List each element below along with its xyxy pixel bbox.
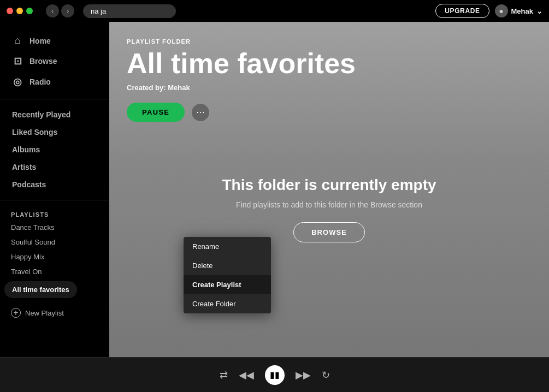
sidebar-label-radio: Radio bbox=[29, 78, 51, 86]
pause-button[interactable]: PAUSE bbox=[127, 103, 185, 122]
sidebar-playlist-all-time-favorites[interactable]: All time favorites bbox=[4, 281, 77, 298]
sidebar-item-home[interactable]: ⌂ Home bbox=[7, 31, 103, 51]
user-name: Mehak bbox=[511, 7, 533, 15]
sidebar-item-browse[interactable]: ⊡ Browse bbox=[7, 51, 103, 72]
minimize-button[interactable] bbox=[16, 8, 23, 14]
sidebar-label-liked-songs: Liked Songs bbox=[12, 128, 57, 136]
title-right: UPGRADE ● Mehak ⌄ bbox=[435, 4, 542, 18]
sidebar-playlist-travel-on[interactable]: Travel On bbox=[0, 264, 109, 279]
folder-actions: PAUSE ⋯ bbox=[127, 103, 532, 122]
pause-player-button[interactable]: ▮▮ bbox=[265, 365, 285, 385]
user-icon: ● bbox=[495, 4, 508, 17]
home-icon: ⌂ bbox=[12, 35, 23, 46]
sidebar-label-artists: Artists bbox=[12, 163, 36, 171]
sidebar-item-podcasts[interactable]: Podcasts bbox=[7, 176, 103, 193]
pause-icon: ▮▮ bbox=[270, 370, 280, 380]
browse-icon: ⊡ bbox=[12, 55, 23, 67]
sidebar-playlist-soulful-sound[interactable]: Soulful Sound bbox=[0, 235, 109, 250]
next-icon[interactable]: ▶▶ bbox=[296, 369, 311, 381]
maximize-button[interactable] bbox=[26, 8, 33, 14]
plus-icon: + bbox=[11, 308, 21, 318]
sidebar-label-albums: Albums bbox=[12, 145, 40, 154]
forward-button[interactable]: › bbox=[61, 4, 74, 17]
empty-folder-subtitle: Find playlists to add to this folder in … bbox=[236, 200, 422, 209]
context-menu-create-folder[interactable]: Create Folder bbox=[184, 294, 271, 313]
context-menu-create-playlist[interactable]: Create Playlist bbox=[184, 275, 271, 294]
more-options-button[interactable]: ⋯ bbox=[191, 103, 210, 122]
new-playlist-button[interactable]: + New Playlist bbox=[0, 305, 109, 321]
sidebar-playlist-happy-mix[interactable]: Happy Mix bbox=[0, 250, 109, 264]
browse-button[interactable]: BROWSE bbox=[293, 222, 365, 242]
folder-creator: Created by: Mehak bbox=[127, 84, 532, 92]
sidebar-label-home: Home bbox=[29, 37, 51, 45]
radio-icon: ◎ bbox=[12, 76, 23, 88]
traffic-lights bbox=[7, 8, 33, 14]
sidebar-playlist-dance-tracks[interactable]: Dance Tracks bbox=[0, 220, 109, 235]
sidebar-item-albums[interactable]: Albums bbox=[7, 141, 103, 158]
folder-title: All time favorites bbox=[127, 48, 532, 79]
shuffle-icon[interactable]: ⇄ bbox=[220, 369, 228, 381]
new-playlist-label: New Playlist bbox=[25, 309, 64, 317]
search-input[interactable] bbox=[83, 4, 176, 18]
sidebar-nav: ⌂ Home ⊡ Browse ◎ Radio bbox=[0, 31, 109, 92]
context-menu-rename[interactable]: Rename bbox=[184, 237, 271, 256]
sidebar-item-with-menu: All time favorites bbox=[0, 281, 109, 300]
app-body: ⌂ Home ⊡ Browse ◎ Radio Recently Played … bbox=[0, 22, 549, 357]
sidebar-item-radio[interactable]: ◎ Radio bbox=[7, 72, 103, 92]
repeat-icon[interactable]: ↻ bbox=[322, 369, 330, 381]
nav-arrows: ‹ › bbox=[46, 4, 74, 17]
playlists-label: PLAYLISTS bbox=[0, 207, 109, 220]
sidebar: ⌂ Home ⊡ Browse ◎ Radio Recently Played … bbox=[0, 22, 109, 357]
user-menu[interactable]: ● Mehak ⌄ bbox=[495, 4, 542, 17]
sidebar-divider bbox=[0, 99, 109, 99]
sidebar-item-artists[interactable]: Artists bbox=[7, 158, 103, 176]
folder-type-label: PLAYLIST FOLDER bbox=[127, 38, 532, 45]
upgrade-button[interactable]: UPGRADE bbox=[435, 4, 489, 18]
player-bar: ⇄ ◀◀ ▮▮ ▶▶ ↻ bbox=[0, 357, 549, 392]
sidebar-label-browse: Browse bbox=[29, 57, 57, 66]
sidebar-label-recently-played: Recently Played bbox=[12, 110, 70, 119]
context-menu-wrapper: Rename Delete Create Playlist Create Fol… bbox=[184, 237, 271, 313]
sidebar-library: Recently Played Liked Songs Albums Artis… bbox=[0, 106, 109, 193]
titlebar: ‹ › UPGRADE ● Mehak ⌄ bbox=[0, 0, 549, 22]
sidebar-item-liked-songs[interactable]: Liked Songs bbox=[7, 123, 103, 141]
chevron-down-icon: ⌄ bbox=[536, 7, 542, 15]
sidebar-label-podcasts: Podcasts bbox=[12, 180, 46, 189]
empty-folder-title: This folder is currently empty bbox=[222, 176, 436, 194]
context-menu-delete[interactable]: Delete bbox=[184, 256, 271, 275]
previous-icon[interactable]: ◀◀ bbox=[239, 369, 254, 381]
context-menu: Rename Delete Create Playlist Create Fol… bbox=[184, 237, 271, 313]
close-button[interactable] bbox=[7, 8, 13, 14]
sidebar-item-recently-played[interactable]: Recently Played bbox=[7, 106, 103, 123]
back-button[interactable]: ‹ bbox=[46, 4, 59, 17]
main-content: PLAYLIST FOLDER All time favorites Creat… bbox=[109, 22, 549, 357]
sidebar-divider-2 bbox=[0, 200, 109, 200]
